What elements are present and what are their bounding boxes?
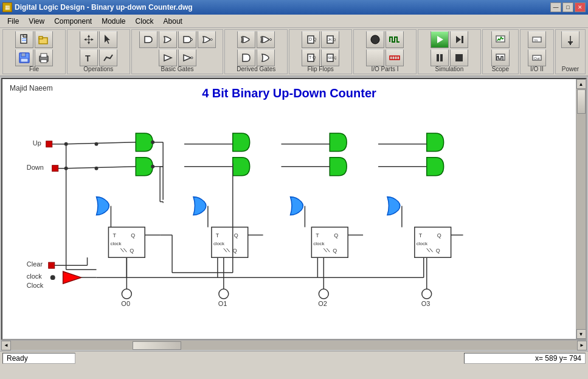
print-button[interactable]: [35, 49, 53, 66]
app-icon: ▦: [2, 2, 12, 12]
svg-rect-7: [21, 53, 26, 57]
run-btn[interactable]: [431, 31, 449, 48]
tri-gate-btn[interactable]: [178, 49, 196, 66]
minimize-button[interactable]: —: [550, 2, 561, 12]
toolbar-group-basic: Basic Gates: [131, 29, 224, 74]
toolbar-power-label: Power: [556, 66, 585, 72]
svg-point-90: [122, 289, 131, 299]
svg-point-51: [50, 275, 55, 280]
svg-rect-11: [41, 60, 47, 63]
svg-text:D Q: D Q: [309, 37, 317, 42]
nand-gate-btn[interactable]: [178, 31, 196, 48]
svg-point-91: [219, 289, 229, 299]
wire-tool[interactable]: [99, 49, 117, 66]
svg-rect-49: [49, 262, 55, 268]
svg-text:Down: Down: [27, 164, 44, 171]
menu-about[interactable]: About: [159, 16, 187, 27]
scroll-up-btn[interactable]: ▲: [576, 79, 586, 89]
close-button[interactable]: ✕: [575, 2, 586, 12]
or-gate-btn[interactable]: [159, 31, 177, 48]
save-button[interactable]: [15, 49, 33, 66]
svg-text:clock: clock: [110, 241, 121, 246]
svg-rect-47: [52, 165, 58, 172]
maximize-button[interactable]: □: [562, 2, 573, 12]
and-gate-btn[interactable]: [139, 31, 157, 48]
nor-gate-btn[interactable]: [198, 31, 216, 48]
toolbar-group-scope: Scope: [482, 29, 519, 74]
or3-gate-btn[interactable]: [257, 49, 275, 66]
svg-text:Clear: Clear: [27, 260, 43, 268]
svg-point-14: [210, 39, 212, 41]
svg-text:O3: O3: [421, 300, 431, 307]
text-tool[interactable]: T: [80, 49, 98, 66]
record-btn[interactable]: [366, 49, 384, 66]
svg-point-92: [319, 289, 328, 299]
svg-rect-45: [46, 141, 52, 147]
svg-rect-30: [462, 36, 463, 43]
open-button[interactable]: [35, 31, 53, 48]
canvas-area[interactable]: Majid Naeem 4 Bit Binary Up-Down Counter…: [2, 79, 576, 339]
svg-line-84: [66, 142, 136, 144]
menu-module[interactable]: Module: [97, 16, 130, 27]
menu-component[interactable]: Component: [49, 16, 97, 27]
move-tool[interactable]: [80, 31, 98, 48]
input-btn[interactable]: [366, 31, 384, 48]
new-button[interactable]: [15, 31, 33, 48]
scroll-thumb-v[interactable]: [577, 89, 586, 114]
scroll-left-btn[interactable]: ◄: [1, 341, 11, 350]
srff-btn[interactable]: SR Q: [321, 49, 339, 66]
menu-file[interactable]: File: [2, 16, 24, 27]
svg-rect-1: [23, 35, 27, 37]
menu-clock[interactable]: Clock: [131, 16, 159, 27]
toolbar-io1-label: I/O Parts I: [354, 66, 416, 72]
stop-btn[interactable]: [450, 49, 468, 66]
menu-view[interactable]: View: [24, 16, 49, 27]
svg-text:T: T: [316, 232, 319, 238]
input2-btn[interactable]: In: [528, 31, 546, 48]
select-tool[interactable]: [99, 31, 117, 48]
waveform-btn[interactable]: [491, 49, 510, 66]
pause-btn[interactable]: [431, 49, 449, 66]
buf-gate-btn[interactable]: [159, 49, 177, 66]
svg-rect-5: [39, 37, 43, 39]
svg-rect-3: [22, 40, 26, 41]
vcc-btn[interactable]: [561, 31, 579, 48]
svg-text:O2: O2: [318, 300, 327, 307]
scroll-down-btn[interactable]: ▼: [576, 329, 586, 339]
toolbar-group-ops: T Operations: [67, 29, 130, 74]
io-part-btn[interactable]: [386, 49, 404, 66]
svg-text:Q: Q: [233, 248, 237, 254]
svg-text:T Q: T Q: [309, 55, 316, 60]
output2-btn[interactable]: Out: [528, 49, 546, 66]
tff-btn[interactable]: T Q: [302, 49, 320, 66]
dff-btn[interactable]: D Q: [302, 31, 320, 48]
svg-rect-33: [455, 54, 463, 61]
xnor-gate-btn[interactable]: [257, 31, 275, 48]
horizontal-scrollbar[interactable]: ◄ ►: [1, 340, 587, 350]
vertical-scrollbar[interactable]: ▲ ▼: [576, 79, 586, 339]
toolbar-sim-label: Simulation: [418, 66, 480, 72]
svg-text:T: T: [85, 54, 91, 63]
jkff-btn[interactable]: JK Q: [321, 31, 339, 48]
scope-btn[interactable]: [491, 31, 510, 48]
step-btn[interactable]: [450, 31, 468, 48]
scroll-right-btn[interactable]: ►: [577, 341, 587, 350]
svg-text:clock: clock: [417, 241, 427, 246]
status-ready: Ready: [2, 353, 75, 364]
toolbar-group-sim: Simulation: [418, 29, 481, 74]
toolbar-group-ff: D Q JK Q T Q SR Q Flip Flops: [289, 29, 352, 74]
svg-rect-31: [437, 54, 439, 61]
svg-text:clock: clock: [27, 273, 42, 280]
toolbar-group-derived: Derived Gates: [224, 29, 288, 74]
clock-wave-btn[interactable]: [386, 31, 404, 48]
xor-gate-btn[interactable]: [237, 31, 255, 48]
svg-text:Clock: Clock: [27, 282, 44, 289]
scroll-thumb-h[interactable]: [133, 341, 181, 350]
and3-gate-btn[interactable]: [237, 49, 255, 66]
svg-point-16: [270, 39, 272, 41]
svg-point-25: [371, 35, 379, 44]
scroll-track-h[interactable]: [11, 341, 577, 350]
svg-text:Q: Q: [437, 232, 441, 238]
svg-text:Q: Q: [333, 248, 337, 254]
scroll-track-v[interactable]: [576, 89, 586, 329]
